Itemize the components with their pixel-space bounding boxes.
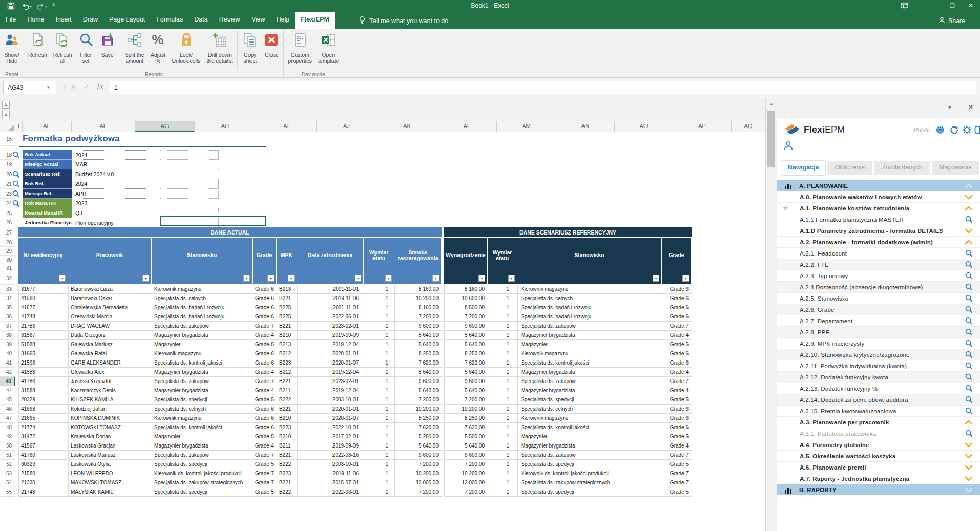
cell[interactable]: B221 — [277, 405, 298, 414]
ribbon-button-split-the-amount[interactable]: Split theamount — [122, 30, 148, 73]
cell[interactable]: 2020-01-01 — [298, 405, 364, 414]
chevron-down-icon[interactable] — [964, 475, 973, 483]
row-header-46[interactable]: 46 — [0, 405, 15, 414]
cell[interactable]: 9 600,00 — [445, 451, 488, 460]
tab-help[interactable]: Help — [271, 12, 296, 29]
cell[interactable]: 7 200,00 — [445, 487, 488, 497]
table-row-reference[interactable]: 9 600,001Specjalista ds. zakupówGrade 7 — [444, 377, 692, 386]
form-value-5[interactable]: APR — [72, 189, 160, 199]
cell[interactable]: 5 640,00 — [445, 441, 488, 451]
table-row[interactable]: 41786Jasiński KrzysztofSpecjalista ds. z… — [18, 377, 442, 386]
cell[interactable]: Grade 7 — [662, 451, 692, 460]
cell[interactable]: 1 — [364, 358, 395, 368]
table-row-reference[interactable]: 5 640,001Magazynier brygadzistaGrade 4 — [444, 331, 692, 340]
nav-item-a.4.[interactable]: A.4. Parametry globalne — [777, 439, 980, 451]
cell[interactable]: Magazynier — [518, 432, 662, 441]
cell[interactable]: 10 200,00 — [395, 469, 442, 478]
scrollbar-thumb[interactable] — [767, 111, 775, 167]
nav-item-a.2.14.[interactable]: A.2.14. Dodatek za pełn. obow. auditora — [777, 394, 980, 406]
cell[interactable]: Jasiński Krzysztof — [69, 377, 152, 386]
cell[interactable]: Laskowska Gracjan — [69, 441, 152, 451]
magnifier-icon[interactable] — [965, 261, 973, 269]
table-row[interactable]: 41668Kołodziej JulianSpecjalista ds. cel… — [18, 405, 442, 414]
cell[interactable]: 2001-11-01 — [298, 285, 364, 294]
cell[interactable]: 1 — [488, 469, 518, 478]
cell[interactable]: Kaczmarczyk Denis — [69, 386, 152, 395]
row-header-42[interactable]: 42 — [0, 368, 15, 377]
confirm-formula-icon[interactable]: ✓ — [84, 83, 89, 91]
row-header-38[interactable]: 38 — [0, 331, 15, 340]
cell[interactable]: 7 200,00 — [395, 395, 442, 405]
column-header-T[interactable]: T — [15, 121, 23, 132]
cell[interactable]: 21774 — [19, 423, 69, 432]
table-row[interactable]: 41677Chmielewska BernadettaSpecjalista d… — [18, 303, 442, 312]
cell[interactable]: 2023-02-01 — [298, 322, 364, 331]
cell[interactable]: B211 — [277, 386, 298, 395]
nav-item-a.2.6.[interactable]: A.2.6. Grade — [777, 304, 980, 315]
cell[interactable]: Specjalista ds. badań i rozwoju — [152, 312, 253, 322]
cell[interactable]: 1 — [364, 386, 395, 395]
row-header-37[interactable]: 37 — [0, 322, 15, 331]
row-header-45[interactable]: 45 — [0, 395, 15, 405]
row-header-41[interactable]: 41 — [0, 358, 15, 368]
cell[interactable]: 7 620,00 — [395, 358, 442, 368]
ribbon-button-close[interactable]: Close — [261, 30, 282, 73]
tab-review[interactable]: Review — [214, 12, 246, 29]
cell[interactable]: 10 200,00 — [445, 405, 488, 414]
cell[interactable]: Grade 7 — [662, 469, 692, 478]
ribbon-button-show-hide[interactable]: Show/Hide — [1, 30, 23, 73]
cell[interactable]: 1 — [488, 303, 518, 312]
cell[interactable]: 1 — [364, 451, 395, 460]
row-header-34[interactable]: 34 — [0, 294, 15, 303]
table-row[interactable]: 31472Krajewska DorianMagazynierGrade 5B2… — [18, 432, 442, 441]
form-value-7[interactable]: Q3 — [72, 208, 160, 218]
cell[interactable]: Duda Grzegorz — [69, 331, 152, 340]
cell[interactable]: Laskowska Otylia — [69, 460, 152, 469]
cell[interactable]: Grade 6 — [253, 312, 277, 322]
table-row[interactable]: 21580LEON WILFREDOKierownik ds. kontroli… — [18, 469, 442, 478]
magnifier-icon[interactable] — [965, 373, 973, 382]
cell[interactable]: Specjalista ds. badań i rozwoju — [518, 303, 662, 312]
cell[interactable]: 7 200,00 — [395, 487, 442, 497]
form-value-8[interactable]: Pion operacyjny — [72, 218, 160, 228]
table-row-reference[interactable]: 7 200,001Specjalista ds. badań i rozwoju… — [444, 312, 692, 322]
ribbon-button-filter-set[interactable]: Filterset — [75, 30, 97, 73]
cell[interactable]: Grade 7 — [662, 377, 692, 386]
nav-item-a.3.[interactable]: A.3. Planowanie per pracownik — [777, 417, 980, 428]
row-header-39[interactable]: 39 — [0, 340, 15, 349]
table-row-reference[interactable]: 12 000,001Specjalista ds. zakupów strate… — [444, 478, 692, 487]
name-box-dropdown-icon[interactable]: ▾ — [47, 84, 50, 90]
cell[interactable]: Grade 6 — [662, 423, 692, 432]
cell[interactable]: 2003-10-01 — [298, 460, 364, 469]
cell[interactable]: 1 — [364, 405, 395, 414]
nav-section-a.[interactable]: A. PLANOWANIE — [777, 180, 980, 191]
magnifier-icon[interactable] — [965, 294, 973, 303]
form-value-1[interactable]: 2024 — [72, 150, 160, 160]
cell[interactable]: KILISZEK KAMILA — [69, 395, 152, 405]
form-empty-cell[interactable] — [160, 160, 219, 169]
cell[interactable]: Specjalista ds. zakupów — [152, 377, 253, 386]
cell[interactable]: 2019-12-04 — [298, 368, 364, 377]
column-header-AI[interactable]: AI — [256, 121, 317, 132]
nav-section-b.[interactable]: B. RAPORTY — [777, 484, 980, 495]
cell[interactable]: 51588 — [19, 340, 69, 349]
cell[interactable]: 1 — [488, 285, 518, 294]
globe-icon[interactable] — [936, 125, 945, 134]
tab-formulas[interactable]: Formulas — [151, 12, 189, 29]
nav-item-a.3.1.[interactable]: A.3.1. Kartoteka pracownika — [777, 428, 980, 439]
magnifier-icon[interactable] — [965, 430, 973, 438]
row-header-51[interactable]: 51 — [0, 451, 15, 460]
cell[interactable]: 8 250,00 — [395, 349, 442, 358]
filter-dropdown-button[interactable]: ▾ — [385, 275, 392, 282]
row-header-29[interactable]: 29 — [0, 247, 15, 256]
column-header-AO[interactable]: AO — [615, 121, 673, 132]
cell[interactable]: Specjalista ds. zakupów — [152, 451, 253, 460]
row-header-52[interactable]: 52 — [0, 460, 15, 469]
nav-item-a.1.d[interactable]: A.1.D Parametry zatrudnienia - formatka … — [777, 225, 980, 237]
vertical-scrollbar[interactable]: ▲ — [765, 98, 777, 531]
cell[interactable]: Grade 7 — [253, 469, 277, 478]
cell[interactable]: Grade 6 — [662, 294, 692, 303]
table-row[interactable]: 41567Laskowska GracjanMagazynier brygadz… — [18, 441, 442, 451]
row-header-53[interactable]: 53 — [0, 469, 15, 478]
cell[interactable]: B211 — [277, 441, 298, 451]
